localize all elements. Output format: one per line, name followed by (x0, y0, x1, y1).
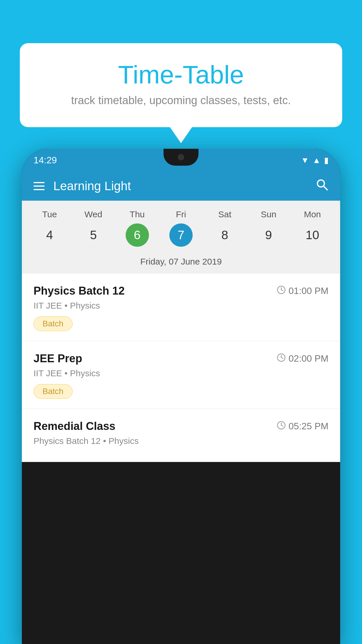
speech-bubble: Time-Table track timetable, upcoming cla… (20, 43, 342, 127)
app-bar: Learning Light (22, 172, 340, 201)
status-bar: 14:29 ▼ ▲ ▮ (22, 149, 340, 172)
day-col-mon[interactable]: Mon10 (294, 209, 331, 247)
clock-icon (277, 421, 286, 432)
schedule-item-subtitle: Physics Batch 12 • Physics (34, 436, 328, 446)
status-icons: ▼ ▲ ▮ (301, 155, 328, 165)
search-icon[interactable] (316, 178, 328, 194)
schedule-item-header: Remedial Class05:25 PM (34, 420, 328, 433)
schedule-item-time: 02:00 PM (277, 353, 328, 364)
day-name: Mon (304, 209, 321, 219)
day-number: 8 (213, 223, 236, 247)
speech-bubble-container: Time-Table track timetable, upcoming cla… (20, 43, 342, 127)
day-number: 9 (257, 223, 280, 247)
wifi-icon: ▼ (301, 155, 309, 165)
schedule-item[interactable]: Remedial Class05:25 PMPhysics Batch 12 •… (22, 409, 340, 462)
day-name: Wed (85, 209, 102, 219)
bubble-title: Time-Table (43, 61, 319, 89)
day-col-tue[interactable]: Tue4 (31, 209, 68, 247)
day-number: 5 (82, 223, 105, 247)
day-name: Sun (261, 209, 276, 219)
status-time: 14:29 (34, 155, 57, 166)
phone-frame: 14:29 ▼ ▲ ▮ Learning Light Tue4Wed5Thu6F… (22, 149, 340, 644)
schedule-item[interactable]: Physics Batch 1201:00 PMIIT JEE • Physic… (22, 274, 340, 341)
svg-line-1 (324, 186, 327, 190)
day-name: Sat (218, 209, 231, 219)
time-text: 01:00 PM (289, 286, 328, 296)
bubble-subtitle: track timetable, upcoming classes, tests… (43, 94, 319, 107)
signal-icon: ▲ (312, 155, 321, 165)
schedule-item-title: Remedial Class (34, 420, 115, 433)
day-name: Thu (130, 209, 145, 219)
schedule-item-time: 01:00 PM (277, 286, 328, 296)
day-name: Fri (176, 209, 186, 219)
schedule-item-title: JEE Prep (34, 352, 82, 365)
schedule-list: Physics Batch 1201:00 PMIIT JEE • Physic… (22, 274, 340, 462)
day-number: 6 (126, 223, 149, 247)
schedule-item-subtitle: IIT JEE • Physics (34, 368, 328, 378)
time-text: 02:00 PM (289, 353, 328, 364)
day-number: 4 (38, 223, 61, 247)
schedule-item-header: JEE Prep02:00 PM (34, 352, 328, 365)
day-col-sat[interactable]: Sat8 (206, 209, 244, 247)
day-col-thu[interactable]: Thu6 (118, 209, 156, 247)
day-col-sun[interactable]: Sun9 (250, 209, 288, 247)
clock-icon (277, 353, 286, 364)
hamburger-menu-icon[interactable] (34, 182, 45, 190)
svg-line-4 (281, 290, 283, 291)
selected-date-label: Friday, 07 June 2019 (28, 251, 334, 274)
day-name: Tue (42, 209, 57, 219)
day-number: 10 (301, 223, 324, 247)
svg-line-7 (281, 358, 283, 358)
app-title: Learning Light (53, 179, 316, 193)
day-col-wed[interactable]: Wed5 (74, 209, 112, 247)
schedule-item-header: Physics Batch 1201:00 PM (34, 285, 328, 297)
phone-notch (164, 149, 198, 166)
schedule-item-time: 05:25 PM (277, 421, 328, 432)
day-number: 7 (169, 223, 193, 247)
camera-dot (178, 154, 184, 160)
schedule-item-title: Physics Batch 12 (34, 285, 125, 297)
schedule-item[interactable]: JEE Prep02:00 PMIIT JEE • PhysicsBatch (22, 341, 340, 409)
clock-icon (277, 286, 286, 296)
schedule-item-subtitle: IIT JEE • Physics (34, 301, 328, 311)
batch-badge: Batch (34, 316, 73, 331)
svg-line-10 (281, 425, 283, 426)
batch-badge: Batch (34, 384, 73, 399)
calendar-strip: Tue4Wed5Thu6Fri7Sat8Sun9Mon10 Friday, 07… (22, 201, 340, 274)
week-days: Tue4Wed5Thu6Fri7Sat8Sun9Mon10 (28, 209, 334, 247)
battery-icon: ▮ (324, 155, 328, 165)
day-col-fri[interactable]: Fri7 (162, 209, 200, 247)
time-text: 05:25 PM (289, 421, 328, 432)
